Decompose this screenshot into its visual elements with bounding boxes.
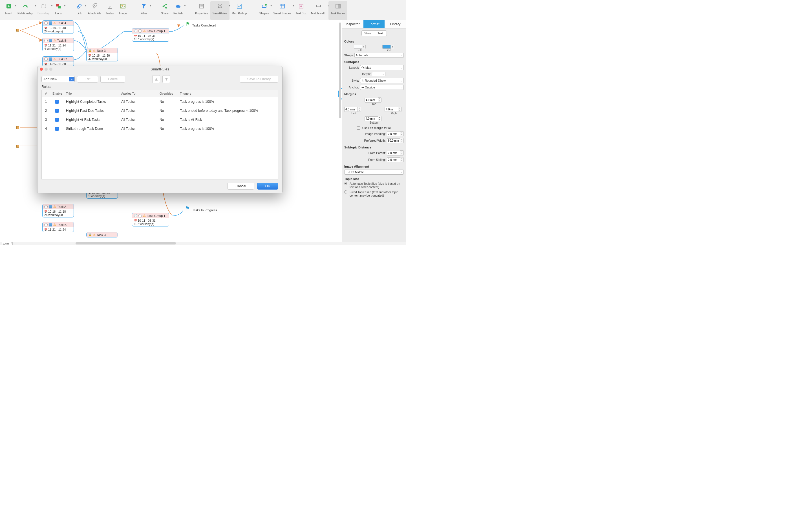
table-row[interactable]: 1✓Highlight Completed TasksAll TopicsNoT… <box>42 97 278 106</box>
move-down-button[interactable]: ▼ <box>162 75 170 83</box>
link-icon <box>75 2 83 10</box>
from-sibling[interactable] <box>387 158 400 162</box>
toolbar-publish[interactable]: ▼Publish <box>171 1 185 20</box>
seg-text[interactable]: Text <box>374 31 387 36</box>
sshape-icon <box>278 2 286 10</box>
shape-select[interactable]: Automatic <box>354 53 404 58</box>
plus-icon <box>5 2 13 10</box>
rel-icon <box>21 2 29 10</box>
section-colors: Colors <box>342 38 406 44</box>
toolbar-image[interactable]: Image <box>116 1 130 20</box>
filter-icon <box>140 2 148 10</box>
radio-auto-size[interactable] <box>344 182 347 185</box>
depth-select[interactable] <box>372 72 386 76</box>
toolbar-match-width[interactable]: ▼Match width <box>309 1 328 20</box>
svg-point-14 <box>265 4 267 6</box>
toolbar-shapes[interactable]: ▼Shapes <box>257 1 271 20</box>
note-icon <box>106 2 114 10</box>
margin-left[interactable] <box>344 107 358 112</box>
radio-fixed-size[interactable] <box>344 190 347 193</box>
toolbar-filter[interactable]: ▼Filter <box>137 1 150 20</box>
close-icon[interactable] <box>40 68 43 71</box>
minimize-icon <box>45 68 48 71</box>
layout-select[interactable]: 🗺 Map <box>360 65 404 70</box>
node-task-3[interactable]: 🔒Task 3 📅 10-18 - 11-3032 workday(s) <box>86 48 118 61</box>
tab-format[interactable]: Format <box>363 20 385 28</box>
enable-checkbox[interactable]: ✓ <box>55 118 59 122</box>
toolbar-attach-file[interactable]: Attach File <box>86 1 103 20</box>
toolbar-relationship[interactable]: ▼Relationship <box>15 1 35 20</box>
edit-button[interactable]: Edit <box>77 76 98 82</box>
seg-style[interactable]: Style <box>362 31 374 36</box>
section-topic-size: Topic size <box>342 175 406 181</box>
toolbar-notes[interactable]: Notes <box>103 1 116 20</box>
shape-icon <box>260 2 268 10</box>
zoom-select[interactable]: 125% <box>1 242 13 245</box>
table-row[interactable]: 4✓Strikethrough Task DoneAll TopicsNoTas… <box>42 124 278 133</box>
move-up-button[interactable]: ▲ <box>152 75 160 83</box>
node-task-c[interactable]: Task C 📅 11-25 - 11-30 <box>42 56 74 66</box>
anchor-icon <box>16 145 19 148</box>
table-row[interactable]: 3✓Highlight At-Risk TasksAll TopicsNoTas… <box>42 115 278 124</box>
enable-checkbox[interactable]: ✓ <box>55 109 59 113</box>
toolbar-properties[interactable]: Properties <box>193 1 210 20</box>
anchor-icon <box>16 29 19 32</box>
toolbar-icons[interactable]: ▼Icons <box>52 1 65 20</box>
node-task-a[interactable]: Task A 📅 10-18 - 11-1824 workday(s) <box>42 20 74 34</box>
toolbar-link[interactable]: ▼Link <box>73 1 86 20</box>
margin-right[interactable] <box>385 107 398 112</box>
node-task-a2[interactable]: Task A 📅 10-18 - 11-1824 workday(s) <box>42 204 74 217</box>
style-select[interactable]: ↳ Rounded Elbow <box>360 78 404 83</box>
save-to-library-button[interactable]: Save To Library <box>240 76 278 82</box>
chevron-down-icon[interactable]: ▼ <box>64 4 66 7</box>
margin-bottom[interactable] <box>364 116 378 121</box>
enable-checkbox[interactable]: ✓ <box>55 127 59 131</box>
toolbar-insert[interactable]: ▼Insert <box>2 1 15 20</box>
stepper[interactable]: ▴▾ <box>378 98 382 103</box>
anchor-select[interactable]: ⇥ Outside <box>360 85 404 90</box>
node-task-b2[interactable]: Task B 📅 11-21 - 11-24 <box>42 222 74 232</box>
node-task-3c[interactable]: 🔒Task 3 <box>86 232 118 237</box>
toolbar-map-roll-up[interactable]: Map Roll-up <box>230 1 249 20</box>
flag-icon <box>185 205 190 211</box>
preferred-width[interactable] <box>387 138 400 143</box>
cancel-button[interactable]: Cancel <box>227 183 254 189</box>
node-task-b[interactable]: Task B 📅 11-21 - 11-244 workday(s) <box>42 38 74 51</box>
bound-icon <box>40 2 47 10</box>
image-padding[interactable] <box>387 131 400 136</box>
table-row[interactable]: 2✓Highlight Past-Due TasksAll TopicsNoTa… <box>42 106 278 115</box>
section-subtopic-distance: Subtopic Distance <box>342 144 406 150</box>
chevron-down-icon[interactable]: ▼ <box>184 4 186 7</box>
delete-button[interactable]: Delete <box>100 76 125 82</box>
node-task-group-1b[interactable]: 🕒Task Group 1 📅 10-11 - 05-31167 workday… <box>132 213 169 226</box>
node-task-group-1[interactable]: 🕒Task Group 1 📅 10-11 - 05-31167 workday… <box>132 28 169 42</box>
match-icon <box>315 2 322 10</box>
toolbar-smart-shapes[interactable]: ▼Smart Shapes <box>271 1 294 20</box>
tab-inspector[interactable]: Inspector <box>342 20 363 28</box>
svg-rect-1 <box>41 4 46 8</box>
ok-button[interactable]: OK <box>257 183 278 189</box>
style-text-segment[interactable]: Style Text <box>361 31 387 36</box>
panes-icon <box>334 2 342 10</box>
toolbar-share[interactable]: Share <box>158 1 171 20</box>
image-alignment-select[interactable]: ▭ Left Middle <box>344 170 404 175</box>
use-left-checkbox[interactable] <box>357 126 360 129</box>
line-color[interactable]: ▾ <box>382 45 394 49</box>
toolbar-boundary[interactable]: ▼Boundary <box>35 1 52 20</box>
dialog-title: SmartRules <box>38 66 282 72</box>
add-new-select[interactable]: Add New⌄ <box>42 76 75 82</box>
section-margins: Margins <box>342 91 406 96</box>
margin-top[interactable] <box>364 98 378 103</box>
chevron-down-icon[interactable]: ▼ <box>149 4 151 7</box>
zoom-icon <box>49 68 52 71</box>
vertical-scrollbar[interactable] <box>339 22 341 118</box>
toolbar-task-panes[interactable]: Task Panes <box>328 1 348 20</box>
share-icon <box>161 2 168 10</box>
enable-checkbox[interactable]: ✓ <box>55 100 59 104</box>
from-parent[interactable] <box>387 151 400 156</box>
horizontal-scrollbar[interactable] <box>75 242 176 244</box>
fill-color[interactable]: ▾ <box>354 45 366 49</box>
toolbar-text-box[interactable]: AText Box <box>294 1 309 20</box>
tab-library[interactable]: Library <box>385 20 406 28</box>
toolbar-smartrules[interactable]: ▼SmartRules <box>210 1 230 20</box>
